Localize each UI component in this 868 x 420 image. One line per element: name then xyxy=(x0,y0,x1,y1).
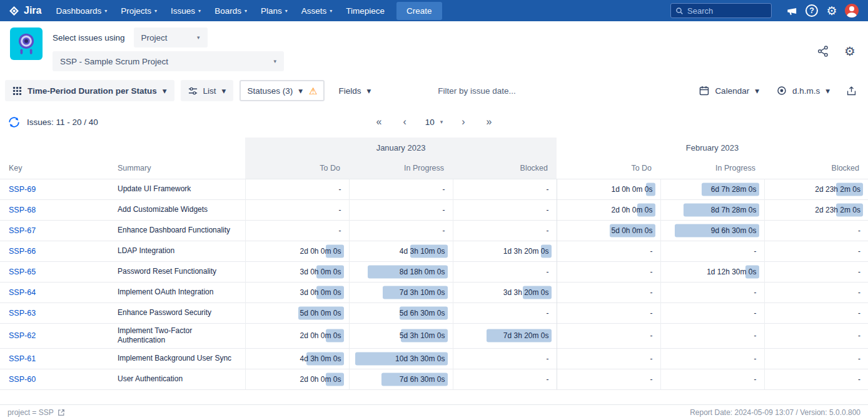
column-header: Key xyxy=(0,158,113,179)
issue-key-cell: SSP-69 xyxy=(0,179,113,199)
duration-cell: - xyxy=(764,282,868,302)
announcements-icon[interactable] xyxy=(782,0,802,21)
search-icon xyxy=(675,7,684,15)
nav-search[interactable] xyxy=(670,3,772,18)
nav-item-dashboards[interactable]: Dashboards▾ xyxy=(49,0,114,21)
duration-cell: 8d 18h 0m 0s xyxy=(349,261,453,282)
duration-cell: - xyxy=(764,348,868,369)
prev-page-button[interactable]: ‹ xyxy=(400,116,408,128)
column-header: To Do xyxy=(245,158,349,179)
issue-key-link[interactable]: SSP-60 xyxy=(9,375,36,384)
issue-key-link[interactable]: SSP-62 xyxy=(9,331,36,340)
duration-cell: - xyxy=(660,241,764,261)
duration-cell: - xyxy=(764,220,868,241)
statuses-dropdown[interactable]: Statuses (3) ▾ ⚠ xyxy=(240,80,325,101)
nav-item-boards[interactable]: Boards▾ xyxy=(208,0,254,21)
duration-cell: - xyxy=(660,323,764,348)
fields-dropdown[interactable]: Fields ▾ xyxy=(331,80,378,101)
next-page-button[interactable]: › xyxy=(459,116,467,128)
chevron-down-icon: ▾ xyxy=(755,86,759,96)
nav-item-projects[interactable]: Projects▾ xyxy=(114,0,164,21)
chevron-down-icon: ▾ xyxy=(163,86,167,96)
duration-cell: - xyxy=(245,179,349,199)
issue-key-link[interactable]: SSP-66 xyxy=(9,247,36,256)
duration-cell: - xyxy=(764,241,868,261)
duration-cell: 4d 3h 10m 0s xyxy=(349,241,453,261)
table-row: SSP-63Enhance Password Security5d 0h 0m … xyxy=(0,302,868,323)
jira-mark-icon xyxy=(9,6,19,16)
export-button[interactable] xyxy=(840,80,863,101)
issue-key-link[interactable]: SSP-68 xyxy=(9,206,36,214)
issue-key-cell: SSP-62 xyxy=(0,323,113,348)
create-button[interactable]: Create xyxy=(396,2,442,20)
first-page-button[interactable]: « xyxy=(373,116,384,128)
chevron-down-icon: ▾ xyxy=(245,8,247,14)
report-toolbar: Time-Period Duration per Status ▾ List ▾… xyxy=(0,78,868,106)
share-icon[interactable] xyxy=(817,45,829,58)
issue-key-cell: SSP-60 xyxy=(0,369,113,389)
duration-cell: 5d 0h 0m 0s xyxy=(245,302,349,323)
duration-cell: - xyxy=(660,348,764,369)
calendar-dropdown[interactable]: Calendar ▾ xyxy=(692,80,767,101)
user-avatar[interactable] xyxy=(842,0,862,21)
search-input[interactable] xyxy=(687,6,757,16)
issue-key-link[interactable]: SSP-63 xyxy=(9,309,36,318)
chevron-down-icon: ▾ xyxy=(825,86,830,96)
column-header: In Progress xyxy=(660,158,764,179)
page-size-dropdown[interactable]: 10 ▾ xyxy=(425,118,443,127)
table-row: SSP-60User Authentication2d 0h 0m 0s7d 6… xyxy=(0,369,868,389)
issue-key-link[interactable]: SSP-64 xyxy=(9,288,36,297)
settings-gear-icon[interactable]: ⚙ xyxy=(844,45,855,58)
duration-cell: 3d 0h 0m 0s xyxy=(245,261,349,282)
nav-item-timepiece[interactable]: Timepiece xyxy=(339,0,391,21)
duration-cell: - xyxy=(453,348,557,369)
duration-cell: 2d 0h 0m 0s xyxy=(245,369,349,389)
issue-source-selectors: Select issues using Project ▾ SSP - Samp… xyxy=(53,28,284,71)
nav-item-plans[interactable]: Plans▾ xyxy=(254,0,295,21)
duration-cell: 7d 3h 20m 0s xyxy=(453,323,557,348)
duration-cell: - xyxy=(764,261,868,282)
issue-key-link[interactable]: SSP-69 xyxy=(9,185,36,194)
issue-key-link[interactable]: SSP-67 xyxy=(9,226,36,235)
jira-logo[interactable]: Jira xyxy=(6,5,49,16)
duration-cell: 1d 12h 30m 0s xyxy=(660,261,764,282)
report-filter-link[interactable]: project = SSP xyxy=(8,408,65,417)
issue-key-cell: SSP-65 xyxy=(0,261,113,282)
issues-table-body: SSP-69Update UI Framework---1d 0h 0m 0s6… xyxy=(0,179,868,389)
duration-cell: 7d 6h 30m 0s xyxy=(349,369,453,389)
column-header: Summary xyxy=(113,158,245,179)
issue-key-link[interactable]: SSP-65 xyxy=(9,268,36,276)
group-header-spacer xyxy=(0,138,245,158)
last-page-button[interactable]: » xyxy=(484,116,495,128)
issue-key-link[interactable]: SSP-61 xyxy=(9,354,36,363)
refresh-icon[interactable] xyxy=(8,116,21,129)
duration-cell: 5d 0h 0m 0s xyxy=(557,220,660,241)
chevron-down-icon: ▾ xyxy=(273,58,276,64)
timepiece-app-icon xyxy=(10,28,43,60)
issue-summary: Add Customizable Widgets xyxy=(113,199,245,220)
duration-cell: 2d 0h 0m 0s xyxy=(245,241,349,261)
column-header: In Progress xyxy=(349,158,453,179)
chevron-down-icon: ▾ xyxy=(285,8,288,14)
duration-cell: - xyxy=(764,369,868,389)
nav-item-issues[interactable]: Issues▾ xyxy=(164,0,208,21)
view-type-dropdown[interactable]: Time-Period Duration per Status ▾ xyxy=(5,80,174,101)
project-dropdown[interactable]: SSP - Sample Scrum Project ▾ xyxy=(53,51,284,71)
time-format-dropdown[interactable]: d.h.m.s ▾ xyxy=(769,80,837,101)
nav-item-assets[interactable]: Assets▾ xyxy=(295,0,340,21)
chevron-down-icon: ▾ xyxy=(366,86,371,96)
issue-key-cell: SSP-61 xyxy=(0,348,113,369)
layout-dropdown[interactable]: List ▾ xyxy=(181,80,234,101)
duration-cell: - xyxy=(453,302,557,323)
pager: « ‹ 10 ▾ › » xyxy=(373,116,494,128)
gear-icon[interactable]: ⚙ xyxy=(822,0,842,21)
issue-summary: User Authentication xyxy=(113,369,245,389)
duration-cell: 2d 0h 0m 0s xyxy=(245,323,349,348)
column-header: To Do xyxy=(557,158,660,179)
issue-key-cell: SSP-67 xyxy=(0,220,113,241)
help-icon[interactable]: ? xyxy=(802,0,822,21)
issue-date-filter-input[interactable]: Filter by issue date... xyxy=(438,86,516,96)
nav-menu: Dashboards▾ Projects▾ Issues▾ Boards▾ Pl… xyxy=(49,0,391,21)
issue-source-dropdown[interactable]: Project ▾ xyxy=(134,28,208,48)
table-row: SSP-62Implement Two-Factor Authenticatio… xyxy=(0,323,868,348)
